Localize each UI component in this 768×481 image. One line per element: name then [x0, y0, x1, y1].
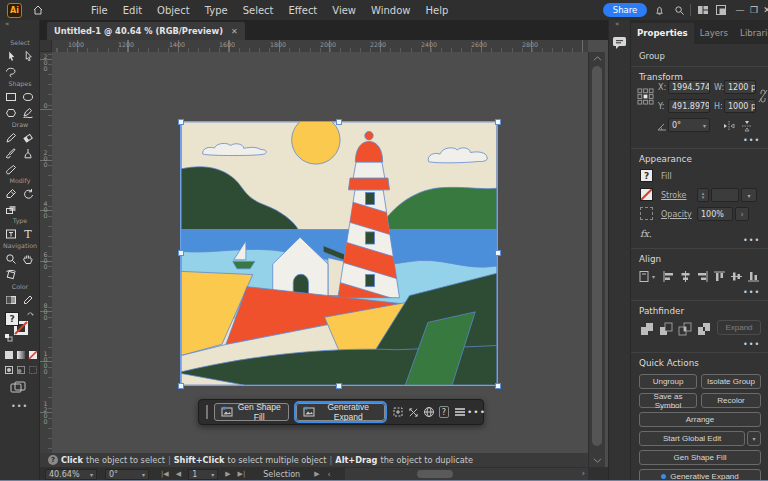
tab-properties[interactable]: Properties: [631, 23, 694, 44]
rotate-tool-icon[interactable]: [21, 187, 35, 201]
color-mode-none-icon[interactable]: [26, 348, 40, 362]
scroll-up-icon[interactable]: [593, 55, 602, 62]
opacity-icon[interactable]: [640, 207, 653, 220]
constrain-proportions-link-icon[interactable]: [758, 88, 768, 104]
document-tab[interactable]: Untitled-1 @ 40.64 % (RGB/Preview) ✕: [47, 22, 245, 40]
minimize-button[interactable]: —: [733, 2, 747, 17]
vertical-ruler[interactable]: 200 0 200 400 600 800 1000 1200: [40, 52, 52, 453]
menu-edit[interactable]: Edit: [121, 5, 144, 16]
gen-shape-fill-button[interactable]: Gen Shape Fill: [214, 403, 289, 421]
vertical-scroll-thumb[interactable]: [592, 66, 602, 446]
share-button[interactable]: Share: [603, 3, 647, 17]
magic-wand-tool-icon[interactable]: [4, 65, 18, 79]
selection-handle[interactable]: [178, 383, 184, 389]
selection-handle[interactable]: [178, 250, 184, 256]
menu-effect[interactable]: Effect: [287, 5, 320, 16]
menu-view[interactable]: View: [330, 5, 358, 16]
y-input[interactable]: 491.8979 p: [668, 99, 710, 113]
selection-handle[interactable]: [178, 119, 184, 125]
opacity-options-button[interactable]: ›: [735, 207, 749, 221]
next-artboard-icon[interactable]: ▶: [225, 470, 230, 478]
selection-handle[interactable]: [495, 383, 501, 389]
rotate-view-tool-icon[interactable]: [4, 268, 18, 282]
pathfinder-expand-button[interactable]: Expand: [717, 320, 761, 335]
pathfinder-more-options[interactable]: •••: [743, 340, 760, 349]
shape-builder-tool-icon[interactable]: [4, 203, 18, 217]
selection-handle[interactable]: [495, 119, 501, 125]
canvas[interactable]: Gen Shape Fill Generative Expand ? •••: [52, 52, 588, 453]
isolate-group-button[interactable]: Isolate Group: [701, 374, 761, 389]
stroke-label[interactable]: Stroke: [661, 191, 687, 200]
horizontal-scrollbar[interactable]: ›: [345, 468, 588, 480]
transform-arrows-icon[interactable]: [408, 406, 419, 419]
opacity-input[interactable]: 100%: [697, 207, 733, 221]
arrange-documents-icon[interactable]: [714, 3, 728, 17]
align-middle-icon[interactable]: [730, 270, 743, 283]
swatch-eyedropper-icon[interactable]: [21, 293, 35, 307]
last-artboard-icon[interactable]: ▶|: [238, 470, 246, 478]
stepper-down-icon[interactable]: ▾: [702, 195, 705, 199]
illustrator-app-icon[interactable]: Ai: [7, 3, 22, 18]
menu-file[interactable]: File: [89, 5, 110, 16]
start-global-edit-button[interactable]: Start Global Edit: [639, 431, 745, 446]
pathfinder-minus-front-icon[interactable]: [659, 322, 673, 336]
eraser-tool-icon[interactable]: [21, 131, 35, 145]
notifications-bell-icon[interactable]: [652, 3, 666, 17]
menu-type[interactable]: Type: [203, 5, 230, 16]
stroke-color-swatch[interactable]: [640, 188, 653, 201]
menu-help[interactable]: Help: [423, 5, 450, 16]
artboard-number-select[interactable]: 1▾: [188, 469, 218, 480]
vertical-scrollbar[interactable]: [588, 52, 605, 467]
horizontal-scroll-thumb[interactable]: [417, 470, 453, 478]
edit-toolbar-more-icon[interactable]: •••: [11, 402, 28, 411]
previous-artboard-icon[interactable]: ◀: [176, 470, 181, 478]
draw-inside-mode-icon[interactable]: [26, 363, 40, 377]
fill-proxy[interactable]: ?: [5, 312, 19, 326]
menu-select[interactable]: Select: [241, 5, 276, 16]
ellipse-tool-icon[interactable]: [21, 90, 35, 104]
pen-tool-icon[interactable]: [21, 147, 35, 161]
help-icon[interactable]: ?: [439, 406, 449, 418]
zoom-tool-icon[interactable]: [4, 252, 18, 266]
workspace-switcher-icon[interactable]: [696, 3, 710, 17]
pathfinder-unite-icon[interactable]: [640, 322, 654, 336]
align-to-selector[interactable]: ▾: [638, 270, 655, 283]
collapse-dock-icon[interactable]: «: [615, 20, 619, 28]
selection-tool-icon[interactable]: [4, 49, 18, 63]
touch-type-tool-icon[interactable]: [4, 227, 18, 241]
reference-point-locator[interactable]: [637, 88, 654, 105]
generative-expand-button[interactable]: Generative Expand: [296, 403, 385, 421]
pencil-tool-icon[interactable]: [4, 131, 18, 145]
lighthouse-artwork[interactable]: [181, 122, 497, 385]
appearance-more-options[interactable]: •••: [743, 236, 760, 245]
align-center-icon[interactable]: [679, 270, 692, 283]
home-icon[interactable]: [31, 3, 45, 17]
eyedropper-tool-icon[interactable]: [4, 187, 18, 201]
globe-icon[interactable]: [423, 406, 435, 419]
menu-object[interactable]: Object: [155, 5, 192, 16]
align-bottom-icon[interactable]: [747, 270, 760, 283]
status-collapse-icon[interactable]: ‹: [328, 470, 331, 479]
menu-window[interactable]: Window: [369, 5, 412, 16]
tab-libraries[interactable]: Libraries: [734, 23, 768, 44]
expand-selection-icon[interactable]: [392, 406, 404, 419]
type-tool-icon[interactable]: T: [21, 227, 35, 241]
rotation-select[interactable]: 0°▾: [105, 469, 149, 480]
x-input[interactable]: 1994.5744: [668, 80, 710, 94]
pathfinder-exclude-icon[interactable]: [697, 322, 711, 336]
shaper-tool-icon[interactable]: [21, 106, 35, 120]
gen-shape-fill-quick-button[interactable]: Gen Shape Fill: [639, 450, 761, 465]
scroll-down-icon[interactable]: [593, 457, 602, 464]
hand-tool-icon[interactable]: [21, 252, 35, 266]
polygon-tool-icon[interactable]: [4, 106, 18, 120]
rectangle-tool-icon[interactable]: [4, 90, 18, 104]
ungroup-button[interactable]: Ungroup: [639, 374, 697, 389]
ruler-corner[interactable]: [40, 40, 52, 52]
align-right-icon[interactable]: [696, 270, 709, 283]
status-flyout-icon[interactable]: ▶: [314, 470, 319, 478]
swap-fill-stroke-icon[interactable]: [27, 312, 35, 320]
flip-vertical-icon[interactable]: [741, 120, 753, 132]
transform-more-options[interactable]: •••: [743, 136, 760, 145]
horizontal-ruler[interactable]: 1000 1200 1400 1600 1800 2000 2200 2400 …: [52, 40, 588, 52]
rotation-angle-select[interactable]: 0°▾: [668, 118, 710, 132]
